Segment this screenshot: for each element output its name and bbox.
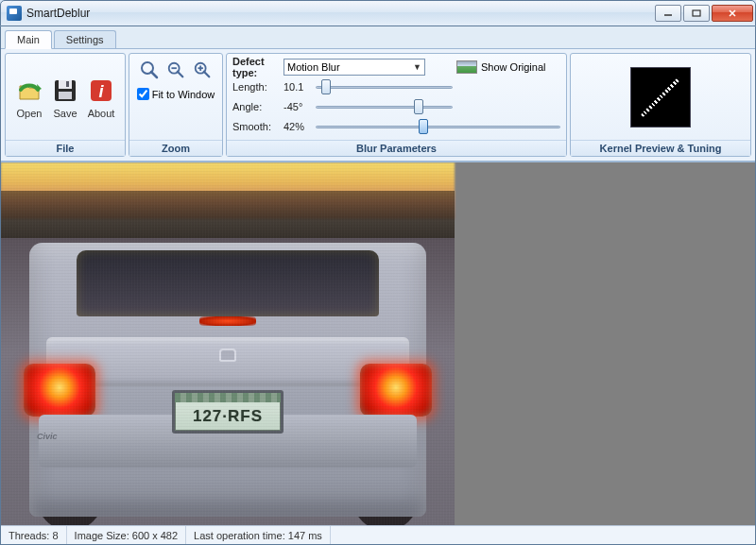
panel-file-label: File <box>6 140 125 156</box>
angle-label: Angle: <box>232 101 280 112</box>
panel-kernel-label: Kernel Preview & Tuning <box>571 140 750 156</box>
fit-to-window-label: Fit to Window <box>152 89 215 100</box>
minimize-button[interactable] <box>655 5 681 22</box>
svg-line-19 <box>204 72 209 77</box>
status-threads: Threads: 8 <box>1 526 67 544</box>
length-label: Length: <box>232 81 280 93</box>
defect-type-value: Motion Blur <box>287 61 340 73</box>
panel-zoom: Fit to Window Zoom <box>129 53 223 157</box>
zoom-out-button[interactable] <box>163 58 188 82</box>
open-label: Open <box>17 108 43 119</box>
tab-main[interactable]: Main <box>5 30 52 49</box>
zoom-reset-button[interactable] <box>137 58 162 82</box>
app-icon <box>7 6 22 21</box>
tab-settings[interactable]: Settings <box>54 30 116 48</box>
workspace[interactable]: 127·RFS Civic <box>1 162 755 525</box>
svg-rect-1 <box>693 10 700 16</box>
svg-rect-7 <box>66 81 69 87</box>
length-slider[interactable] <box>316 79 453 94</box>
titlebar: SmartDeblur <box>0 0 756 26</box>
open-icon <box>14 76 44 106</box>
panel-zoom-label: Zoom <box>129 140 222 156</box>
status-last-op: Last operation time: 147 ms <box>186 526 331 544</box>
zoom-in-button[interactable] <box>190 58 215 82</box>
smooth-slider[interactable] <box>316 119 560 134</box>
panel-blur-label: Blur Parameters <box>227 140 566 156</box>
panel-blur: Defect type: Motion Blur ▼ Show Original… <box>226 53 567 157</box>
car-badge: Civic <box>37 432 58 441</box>
image-canvas: 127·RFS Civic <box>1 162 455 525</box>
svg-rect-8 <box>59 92 72 99</box>
smooth-value: 42% <box>284 121 310 132</box>
save-icon <box>50 76 80 106</box>
chevron-down-icon: ▼ <box>413 62 421 72</box>
length-value: 10.1 <box>284 81 310 93</box>
about-button[interactable]: i About <box>83 76 119 119</box>
svg-rect-6 <box>59 80 72 89</box>
info-icon: i <box>86 76 116 106</box>
close-button[interactable] <box>712 5 753 22</box>
show-original-button[interactable]: Show Original <box>456 60 560 74</box>
angle-value: -45° <box>284 101 310 112</box>
license-plate-text: 127·RFS <box>175 393 281 431</box>
picture-icon <box>456 60 477 74</box>
kernel-preview-image <box>630 67 691 128</box>
open-button[interactable]: Open <box>11 76 47 119</box>
save-button[interactable]: Save <box>47 76 83 119</box>
ribbon: Open Save i About File <box>1 49 755 162</box>
svg-line-12 <box>151 72 157 77</box>
panel-kernel: Kernel Preview & Tuning <box>570 53 751 157</box>
svg-line-15 <box>178 72 182 77</box>
show-original-label: Show Original <box>481 61 545 73</box>
smooth-label: Smooth: <box>232 121 280 132</box>
save-label: Save <box>53 108 77 119</box>
status-image-size: Image Size: 600 x 482 <box>67 526 186 544</box>
window-title: SmartDeblur <box>26 7 90 20</box>
defect-type-label: Defect type: <box>232 56 280 78</box>
tabstrip: Main Settings <box>1 26 755 49</box>
panel-file: Open Save i About File <box>5 53 126 157</box>
fit-to-window-checkbox[interactable] <box>137 88 149 100</box>
about-label: About <box>88 108 115 119</box>
maximize-button[interactable] <box>683 5 710 22</box>
statusbar: Threads: 8 Image Size: 600 x 482 Last op… <box>1 525 755 544</box>
angle-slider[interactable] <box>316 99 453 114</box>
defect-type-combo[interactable]: Motion Blur ▼ <box>284 59 425 76</box>
